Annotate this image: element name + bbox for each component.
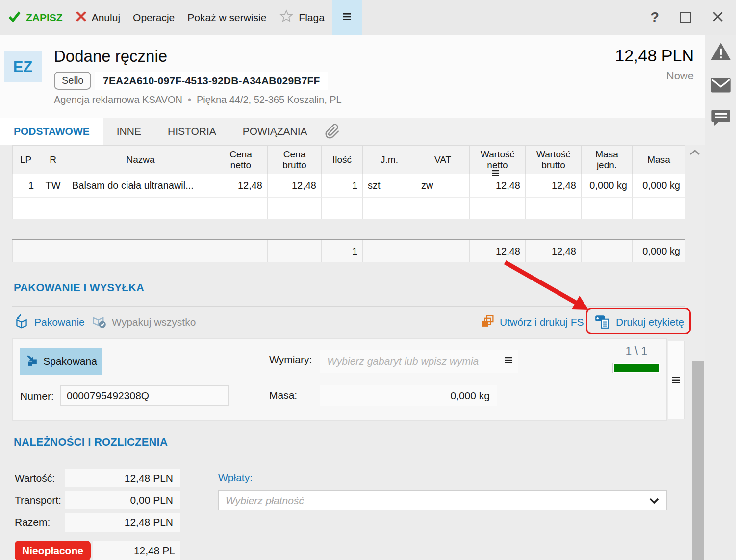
x-icon [76, 11, 87, 25]
pack-link[interactable]: Pakowanie [14, 311, 85, 333]
sum-masa: 0,000 kg [633, 240, 685, 262]
weight-input[interactable]: 0,000 kg [320, 385, 497, 406]
document-header: EZ Dodane ręcznie Sello 7EA2A610-097F-45… [0, 35, 705, 118]
column-header: LP [12, 146, 39, 174]
package-page-indicator: 1 \ 1 [613, 345, 660, 358]
chevron-up-icon[interactable] [688, 148, 701, 159]
column-header: Cena netto [214, 146, 268, 174]
help-button[interactable]: ? [650, 9, 659, 25]
dimensions-label: Wymiary: [269, 354, 312, 366]
close-button[interactable] [711, 10, 724, 25]
cell-empty[interactable] [322, 198, 363, 219]
annotation-arrow [490, 250, 603, 318]
cell-masa[interactable]: 0,000 kg [633, 174, 685, 198]
cell-jm[interactable]: szt [363, 174, 416, 198]
payments-section-title: NALEŻNOŚCI I ROZLICZENIA [14, 436, 168, 449]
show-in-service-button[interactable]: Pokaż w serwisie [187, 12, 266, 24]
box-check-icon [91, 313, 107, 331]
vertical-scrollbar-thumb[interactable] [692, 361, 704, 560]
number-label: Numer: [20, 390, 54, 402]
doc-type-badge: EZ [4, 51, 42, 82]
cell-empty[interactable] [67, 198, 214, 219]
package-menu-strip[interactable] [668, 341, 685, 419]
divider [12, 460, 685, 460]
sum-cell [363, 240, 416, 262]
tab-powiazania[interactable]: POWIĄZANIA [229, 118, 321, 145]
cell-empty[interactable] [633, 198, 685, 219]
items-table-header: LP R Nazwa Cena netto Cena brutto Ilość … [12, 145, 685, 174]
dimensions-input[interactable] [320, 350, 518, 373]
envelope-icon[interactable] [711, 77, 731, 95]
column-header: Ilość [322, 146, 363, 174]
page-title: Dodane ręcznie [54, 47, 167, 66]
save-button[interactable]: ZAPISZ [8, 10, 63, 25]
hamburger-icon [342, 13, 352, 23]
table-row: 1 TW Balsam do ciała ultranawil... 12,48… [12, 174, 685, 198]
value-label: Wartość: [15, 472, 55, 484]
window-controls: ? [650, 9, 736, 25]
cell-cena-netto[interactable]: 12,48 [214, 174, 268, 198]
toolbar-menu-button[interactable] [332, 0, 362, 35]
document-window: ZAPISZ Anuluj Operacje Pokaż w serwisie … [0, 0, 736, 560]
cell-empty[interactable] [582, 198, 633, 219]
chevron-down-icon [648, 496, 660, 507]
options-lines-icon[interactable] [505, 357, 512, 366]
cell-ilosc[interactable]: 1 [322, 174, 363, 198]
warning-triangle-icon[interactable] [710, 42, 732, 63]
operations-button[interactable]: Operacje [133, 12, 175, 24]
unpaid-status-badge: Nieopłacone [15, 541, 91, 560]
unpack-all-link[interactable]: Wypakuj wszystko [91, 311, 196, 333]
column-header: Nazwa [67, 146, 214, 174]
payment-select-input[interactable] [219, 491, 666, 510]
customer-address: Piękna 44/2, 52-365 Koszalin, PL [197, 94, 342, 105]
cell-wartosc-brutto[interactable]: 12,48 [526, 174, 582, 198]
cell-empty[interactable] [470, 198, 526, 219]
sum-cell [214, 240, 268, 262]
transport-field: 0,00 PLN [65, 491, 180, 509]
paperclip-icon[interactable] [325, 118, 340, 145]
column-header: J.m. [363, 146, 416, 174]
maximize-button[interactable] [680, 12, 691, 23]
cell-empty[interactable] [214, 198, 268, 219]
sum-ilosc: 1 [322, 240, 363, 262]
flag-button[interactable]: Flaga [279, 9, 325, 26]
status-label: Nowe [666, 70, 694, 82]
payment-select[interactable] [218, 490, 667, 510]
cell-masa-jedn[interactable]: 0,000 kg [582, 174, 633, 198]
weight-label: Masa: [269, 389, 297, 401]
packed-button[interactable]: Spakowana [20, 348, 102, 375]
cell-empty[interactable] [39, 198, 67, 219]
cell-cena-brutto[interactable]: 12,48 [268, 174, 322, 198]
progress-fill [614, 364, 659, 372]
column-header: Wartość brutto [526, 146, 582, 174]
cell-empty[interactable] [12, 198, 39, 219]
cancel-button[interactable]: Anuluj [76, 11, 120, 25]
tab-inne[interactable]: INNE [103, 118, 154, 145]
cell-vat[interactable]: zw [416, 174, 470, 198]
cell-empty[interactable] [416, 198, 470, 219]
speech-bubble-icon[interactable] [711, 109, 731, 129]
cell-empty[interactable] [363, 198, 416, 219]
main-content: PODSTAWOWE INNE HISTORIA POWIĄZANIA LP R… [0, 118, 705, 560]
column-header: R [39, 146, 67, 174]
cell-r[interactable]: TW [39, 174, 67, 198]
cell-empty[interactable] [268, 198, 322, 219]
options-lines-icon[interactable] [491, 170, 499, 178]
star-icon [279, 9, 294, 26]
sum-cell [268, 240, 322, 262]
packing-panel: Spakowana Numer: Wymiary: Masa: 0,000 kg… [12, 338, 667, 421]
value-field: 12,48 PLN [65, 469, 180, 487]
column-header: Masa [633, 146, 685, 174]
cell-empty[interactable] [526, 198, 582, 219]
sum-cell [416, 240, 470, 262]
packing-progress-bar [612, 363, 660, 373]
tab-historia[interactable]: HISTORIA [154, 118, 229, 145]
cell-lp[interactable]: 1 [12, 174, 39, 198]
cell-nazwa[interactable]: Balsam do ciała ultranawil... [67, 174, 214, 198]
number-input[interactable] [60, 385, 229, 406]
sum-cell [12, 240, 39, 262]
customer-name: Agencja reklamowa KSAVON [54, 94, 182, 105]
customer-subtitle: Agencja reklamowa KSAVON • Piękna 44/2, … [54, 94, 342, 105]
column-header: Cena brutto [268, 146, 322, 174]
tab-podstawowe[interactable]: PODSTAWOWE [0, 118, 103, 145]
